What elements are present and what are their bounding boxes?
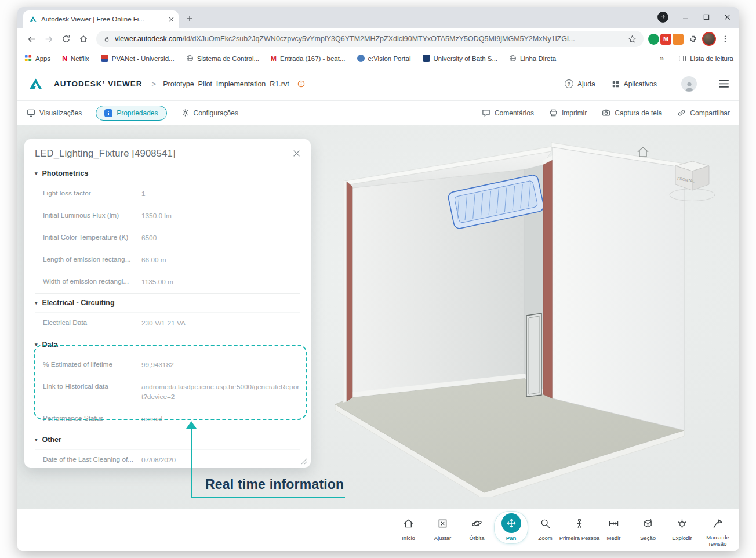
file-info-icon[interactable] bbox=[297, 80, 305, 88]
browser-tab[interactable]: Autodesk Viewer | Free Online Fi... bbox=[23, 10, 179, 28]
tool-label: Primeira Pessoa bbox=[559, 535, 600, 541]
collapse-caret-icon: ▾ bbox=[35, 342, 38, 347]
properties-button[interactable]: Propriedades bbox=[96, 106, 166, 121]
file-name[interactable]: Prototype_Pilot_Implementation_R1.rvt bbox=[163, 80, 289, 88]
hamburger-menu-icon[interactable] bbox=[719, 80, 729, 88]
extension-green-icon[interactable] bbox=[648, 34, 659, 45]
comments-button[interactable]: Comentários bbox=[482, 108, 534, 117]
maximize-button[interactable] bbox=[697, 9, 715, 24]
collapse-caret-icon: ▾ bbox=[35, 171, 38, 176]
settings-button[interactable]: Configurações bbox=[181, 108, 238, 117]
breadcrumb-separator: > bbox=[152, 79, 157, 88]
extension-m-icon[interactable]: M bbox=[660, 34, 671, 45]
home-icon[interactable] bbox=[75, 31, 92, 47]
panel-resize-handle[interactable] bbox=[301, 458, 307, 465]
forward-icon[interactable] bbox=[41, 31, 57, 47]
section-tool-icon bbox=[638, 513, 658, 533]
home-view-icon[interactable] bbox=[638, 147, 648, 157]
property-row[interactable]: Length of emission rectang... 66.00 m bbox=[35, 249, 300, 271]
section-header[interactable]: ▾ Data bbox=[35, 335, 300, 354]
property-row[interactable]: Performance Status normal bbox=[35, 408, 300, 430]
property-label: Electrical Data bbox=[43, 318, 141, 327]
new-tab-button[interactable] bbox=[182, 11, 197, 26]
tool-zoom[interactable]: Zoom bbox=[528, 513, 562, 541]
views-label: Visualizações bbox=[39, 109, 82, 117]
apps-grid-icon bbox=[24, 55, 32, 62]
reload-icon[interactable] bbox=[58, 31, 74, 47]
share-button[interactable]: Compartilhar bbox=[677, 108, 730, 117]
bookmark-gmail[interactable]: M Entrada (167) - beat... bbox=[271, 55, 346, 63]
property-row[interactable]: Link to Historical data andromeda.lasdpc… bbox=[35, 376, 300, 408]
help-label: Ajuda bbox=[577, 80, 595, 88]
browser-update-icon[interactable] bbox=[657, 12, 668, 23]
tool-ajustar[interactable]: Ajustar bbox=[426, 513, 460, 541]
extensions-puzzle-icon[interactable] bbox=[685, 31, 701, 47]
property-row[interactable]: Width of emission rectangl... 1135.00 m bbox=[35, 271, 300, 293]
tool-marca-de-revisao[interactable]: Marca de revisão bbox=[699, 513, 736, 548]
door-frame[interactable] bbox=[526, 313, 541, 397]
reading-list-icon bbox=[678, 55, 686, 63]
print-label: Imprimir bbox=[562, 109, 587, 117]
tab-close-icon[interactable] bbox=[169, 17, 174, 22]
gmail-icon: M bbox=[271, 55, 277, 63]
property-label: % Estimated of lifetime bbox=[43, 360, 141, 368]
tool-secao[interactable]: Seção bbox=[631, 513, 665, 541]
exterior-right-wall[interactable] bbox=[553, 147, 684, 430]
viewport[interactable]: FRONTAL LED_Lighting_Fixture [4908541] ▾… bbox=[17, 125, 739, 509]
reading-list-button[interactable]: Lista de leitura bbox=[678, 55, 733, 63]
print-button[interactable]: Imprimir bbox=[549, 108, 587, 117]
bookmark-evision[interactable]: e:Vision Portal bbox=[357, 55, 411, 62]
url-text[interactable]: viewer.autodesk.com/id/dXJuOmFkc2sub2JqZ… bbox=[115, 35, 623, 43]
apps-button[interactable]: Aplicativos bbox=[612, 80, 657, 88]
3d-model-scene[interactable]: FRONTAL bbox=[322, 135, 716, 497]
bookmark-star-icon[interactable] bbox=[628, 35, 637, 44]
bookmark-linha[interactable]: Linha Direta bbox=[509, 55, 556, 62]
profile-avatar[interactable] bbox=[702, 32, 716, 46]
tool-pan[interactable]: Pan bbox=[494, 511, 528, 544]
views-button[interactable]: Visualizações bbox=[27, 108, 82, 117]
property-row[interactable]: Initial Color Temperature (K) 6500 bbox=[35, 227, 300, 249]
secure-lock-icon[interactable] bbox=[103, 35, 110, 43]
tool-explodir[interactable]: Explodir bbox=[665, 513, 699, 541]
gear-icon bbox=[181, 108, 190, 117]
browser-menu-icon[interactable] bbox=[717, 31, 733, 47]
tool-inicio[interactable]: Início bbox=[391, 513, 426, 541]
property-row[interactable]: Initial Luminous Flux (lm) 1350.0 lm bbox=[35, 205, 300, 227]
section-photometrics: ▾ Photometrics Light loss factor 1 Initi… bbox=[35, 164, 300, 293]
section-header[interactable]: ▾ Photometrics bbox=[35, 164, 300, 183]
property-value: 230 V/1-21 VA bbox=[141, 318, 300, 328]
share-link-icon bbox=[677, 108, 686, 117]
left-wall-cut-edge-brown bbox=[347, 182, 352, 401]
section-title: Other bbox=[42, 436, 61, 444]
minimize-button[interactable] bbox=[677, 9, 694, 24]
tool-primeira-pessoa[interactable]: Primeira Pessoa bbox=[562, 513, 597, 541]
extension-orange-icon[interactable] bbox=[673, 34, 684, 45]
property-label: Width of emission rectangl... bbox=[43, 277, 141, 285]
collapse-caret-icon: ▾ bbox=[35, 300, 38, 306]
bookmark-pvanet[interactable]: PVANet - Universid... bbox=[101, 55, 175, 62]
globe-icon bbox=[186, 55, 194, 62]
property-row[interactable]: Date of the Last Cleaning of... 07/08/20… bbox=[35, 449, 300, 468]
address-bar[interactable]: viewer.autodesk.com/id/dXJuOmFkc2sub2JqZ… bbox=[96, 31, 644, 47]
screenshot-button[interactable]: Captura de tela bbox=[602, 108, 662, 117]
panel-close-icon[interactable] bbox=[293, 150, 300, 157]
property-row[interactable]: Electrical Data 230 V/1-21 VA bbox=[35, 312, 300, 334]
bookmark-label: Linha Direta bbox=[520, 55, 556, 62]
tool-label: Zoom bbox=[538, 535, 552, 541]
user-avatar[interactable] bbox=[681, 76, 697, 92]
property-row[interactable]: % Estimated of lifetime 99,943182 bbox=[35, 354, 300, 376]
bookmarks-overflow-icon[interactable]: » bbox=[660, 54, 664, 63]
bookmark-apps[interactable]: Apps bbox=[24, 55, 50, 62]
bookmark-netflix[interactable]: N Netflix bbox=[62, 55, 89, 63]
apps-squares-icon bbox=[612, 80, 620, 88]
tool-orbita[interactable]: Órbita bbox=[460, 513, 494, 541]
section-header[interactable]: ▾ Other bbox=[35, 430, 300, 449]
property-row[interactable]: Light loss factor 1 bbox=[35, 183, 300, 205]
section-header[interactable]: ▾ Electrical - Circuiting bbox=[35, 293, 300, 312]
close-button[interactable] bbox=[718, 9, 736, 24]
back-icon[interactable] bbox=[23, 31, 39, 47]
bookmark-sistema[interactable]: Sistema de Control... bbox=[186, 55, 259, 62]
tool-medir[interactable]: Medir bbox=[597, 513, 631, 541]
bookmark-bath[interactable]: University of Bath S... bbox=[423, 55, 498, 62]
help-button[interactable]: ? Ajuda bbox=[565, 79, 595, 88]
